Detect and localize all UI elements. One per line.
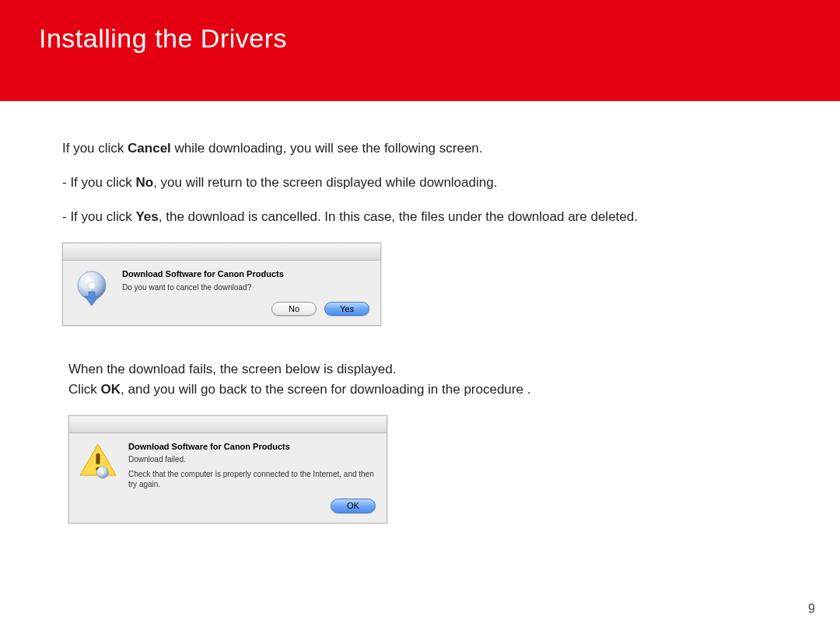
intro-bold: Cancel (128, 141, 171, 156)
fail-intro-line1: When the download fails, the screen belo… (68, 361, 778, 378)
dialog-body: Download Software for Canon Products Do … (63, 261, 380, 325)
intro-post: while downloading, you will see the foll… (171, 141, 483, 156)
yes-button[interactable]: Yes (324, 302, 369, 316)
fail-intro-line2: Click OK, and you will go back to the sc… (68, 381, 778, 398)
svg-rect-2 (96, 453, 100, 464)
bullet-yes: - If you click Yes, the download is canc… (62, 208, 778, 226)
svg-point-5 (101, 471, 104, 474)
dialog-titlebar-2 (69, 416, 387, 433)
dialog1-message: Do you want to cancel the download? (122, 282, 369, 292)
bullet1-bold: No (135, 175, 153, 190)
bullet-no: - If you click No, you will return to th… (62, 174, 778, 191)
dialog-text: Download Software for Canon Products Do … (122, 268, 369, 316)
intro-pre: If you click (62, 141, 128, 156)
para2b-pre: Click (68, 382, 101, 397)
page-number: 9 (808, 602, 815, 616)
dialog-text-2: Download Software for Canon Products Dow… (128, 441, 376, 513)
page-title: Installing the Drivers (39, 23, 801, 54)
para2b-post: , and you will go back to the screen for… (121, 382, 530, 397)
bullet2-post: , the download is cancelled. In this cas… (159, 209, 638, 224)
cancel-dialog: Download Software for Canon Products Do … (62, 243, 381, 326)
svg-point-1 (88, 282, 96, 289)
dialog1-buttons: No Yes (122, 302, 369, 316)
dialog1-title: Download Software for Canon Products (122, 268, 369, 279)
warning-download-icon (77, 441, 119, 483)
intro-paragraph: If you click Cancel while downloading, y… (62, 140, 778, 157)
bullet1-post: , you will return to the screen displaye… (153, 175, 497, 190)
bullet2-pre: - If you click (62, 209, 135, 224)
fail-dialog: Download Software for Canon Products Dow… (68, 415, 387, 523)
ok-button[interactable]: OK (331, 499, 376, 513)
dialog-body-2: Download Software for Canon Products Dow… (69, 433, 387, 523)
dialog2-detail: Check that the computer is properly conn… (128, 469, 376, 489)
download-icon (71, 268, 113, 310)
slide-header: Installing the Drivers (0, 0, 840, 101)
dialog2-message: Download failed. (128, 454, 376, 464)
dialog2-title: Download Software for Canon Products (128, 441, 376, 452)
para2b-bold: OK (101, 382, 121, 397)
bullet1-pre: - If you click (62, 175, 135, 190)
bullet2-bold: Yes (135, 209, 158, 224)
dialog-titlebar (63, 243, 380, 261)
dialog2-buttons: OK (128, 499, 376, 513)
slide-content: If you click Cancel while downloading, y… (0, 101, 840, 523)
no-button[interactable]: No (271, 302, 317, 316)
